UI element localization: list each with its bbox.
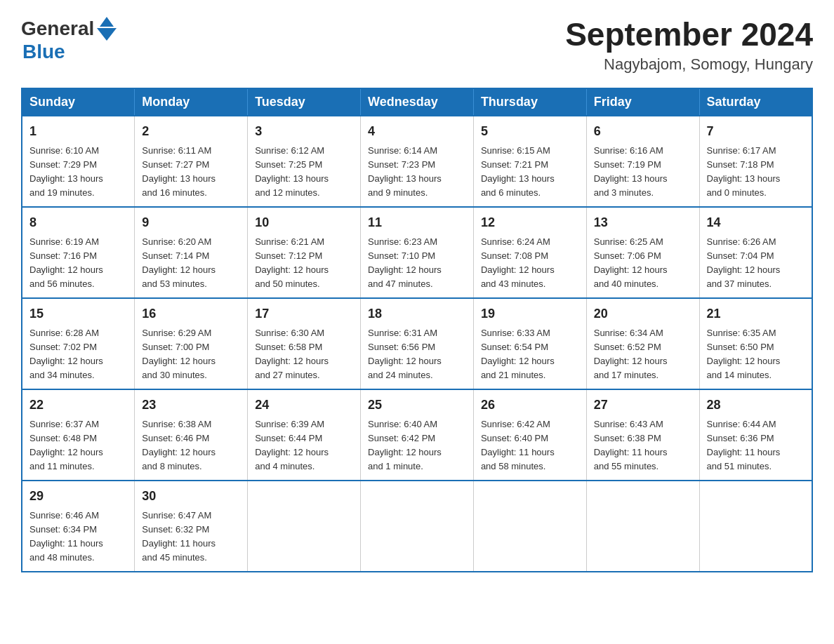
day-info: Sunrise: 6:20 AMSunset: 7:14 PMDaylight:… <box>142 236 216 290</box>
calendar-cell: 17 Sunrise: 6:30 AMSunset: 6:58 PMDaylig… <box>248 298 361 389</box>
calendar-cell: 12 Sunrise: 6:24 AMSunset: 7:08 PMDaylig… <box>473 207 586 298</box>
day-info: Sunrise: 6:12 AMSunset: 7:25 PMDaylight:… <box>255 145 329 199</box>
day-number: 10 <box>255 213 353 232</box>
col-thursday: Thursday <box>473 88 586 116</box>
calendar-cell: 2 Sunrise: 6:11 AMSunset: 7:27 PMDayligh… <box>135 116 248 207</box>
calendar-week-row: 22 Sunrise: 6:37 AMSunset: 6:48 PMDaylig… <box>22 389 812 481</box>
day-info: Sunrise: 6:38 AMSunset: 6:46 PMDaylight:… <box>142 419 216 472</box>
day-info: Sunrise: 6:24 AMSunset: 7:08 PMDaylight:… <box>481 236 555 290</box>
day-number: 5 <box>481 122 579 141</box>
day-info: Sunrise: 6:42 AMSunset: 6:40 PMDaylight:… <box>481 419 555 472</box>
calendar-cell <box>248 481 361 572</box>
calendar-cell: 15 Sunrise: 6:28 AMSunset: 7:02 PMDaylig… <box>22 298 135 389</box>
day-number: 29 <box>29 487 127 506</box>
day-info: Sunrise: 6:14 AMSunset: 7:23 PMDaylight:… <box>368 145 442 199</box>
day-number: 2 <box>142 122 240 141</box>
day-number: 30 <box>142 487 240 506</box>
calendar-cell: 27 Sunrise: 6:43 AMSunset: 6:38 PMDaylig… <box>586 389 699 481</box>
calendar-cell: 23 Sunrise: 6:38 AMSunset: 6:46 PMDaylig… <box>135 389 248 481</box>
logo-blue-text: Blue <box>22 41 65 63</box>
day-info: Sunrise: 6:26 AMSunset: 7:04 PMDaylight:… <box>707 236 781 290</box>
calendar-header: Sunday Monday Tuesday Wednesday Thursday… <box>22 88 812 116</box>
calendar-cell: 3 Sunrise: 6:12 AMSunset: 7:25 PMDayligh… <box>248 116 361 207</box>
day-number: 28 <box>707 396 805 415</box>
calendar-week-row: 15 Sunrise: 6:28 AMSunset: 7:02 PMDaylig… <box>22 298 812 389</box>
col-saturday: Saturday <box>699 88 812 116</box>
day-number: 8 <box>29 213 127 232</box>
day-number: 23 <box>142 396 240 415</box>
day-info: Sunrise: 6:46 AMSunset: 6:34 PMDaylight:… <box>29 510 103 563</box>
day-info: Sunrise: 6:30 AMSunset: 6:58 PMDaylight:… <box>255 328 329 381</box>
day-number: 20 <box>594 304 692 323</box>
logo-triangle-bottom <box>97 28 117 41</box>
calendar-cell: 8 Sunrise: 6:19 AMSunset: 7:16 PMDayligh… <box>22 207 135 298</box>
day-info: Sunrise: 6:10 AMSunset: 7:29 PMDaylight:… <box>29 145 103 199</box>
calendar-cell: 14 Sunrise: 6:26 AMSunset: 7:04 PMDaylig… <box>699 207 812 298</box>
calendar-cell: 30 Sunrise: 6:47 AMSunset: 6:32 PMDaylig… <box>135 481 248 572</box>
calendar-cell: 20 Sunrise: 6:34 AMSunset: 6:52 PMDaylig… <box>586 298 699 389</box>
day-info: Sunrise: 6:28 AMSunset: 7:02 PMDaylight:… <box>29 328 103 381</box>
calendar-cell: 10 Sunrise: 6:21 AMSunset: 7:12 PMDaylig… <box>248 207 361 298</box>
day-number: 14 <box>707 213 805 232</box>
day-info: Sunrise: 6:17 AMSunset: 7:18 PMDaylight:… <box>707 145 781 199</box>
calendar-week-row: 8 Sunrise: 6:19 AMSunset: 7:16 PMDayligh… <box>22 207 812 298</box>
day-number: 12 <box>481 213 579 232</box>
calendar-cell: 16 Sunrise: 6:29 AMSunset: 7:00 PMDaylig… <box>135 298 248 389</box>
day-number: 4 <box>368 122 466 141</box>
calendar-cell: 4 Sunrise: 6:14 AMSunset: 7:23 PMDayligh… <box>361 116 474 207</box>
header-row: Sunday Monday Tuesday Wednesday Thursday… <box>22 88 812 116</box>
calendar-cell: 6 Sunrise: 6:16 AMSunset: 7:19 PMDayligh… <box>586 116 699 207</box>
day-info: Sunrise: 6:34 AMSunset: 6:52 PMDaylight:… <box>594 328 668 381</box>
day-number: 24 <box>255 396 353 415</box>
calendar-week-row: 29 Sunrise: 6:46 AMSunset: 6:34 PMDaylig… <box>22 481 812 572</box>
day-number: 16 <box>142 304 240 323</box>
calendar-cell <box>361 481 474 572</box>
day-number: 9 <box>142 213 240 232</box>
col-wednesday: Wednesday <box>361 88 474 116</box>
day-info: Sunrise: 6:35 AMSunset: 6:50 PMDaylight:… <box>707 328 781 381</box>
day-number: 3 <box>255 122 353 141</box>
calendar-cell <box>586 481 699 572</box>
day-info: Sunrise: 6:31 AMSunset: 6:56 PMDaylight:… <box>368 328 442 381</box>
calendar-cell <box>473 481 586 572</box>
calendar-cell: 19 Sunrise: 6:33 AMSunset: 6:54 PMDaylig… <box>473 298 586 389</box>
logo-triangle-top <box>100 17 114 27</box>
calendar-cell: 29 Sunrise: 6:46 AMSunset: 6:34 PMDaylig… <box>22 481 135 572</box>
calendar-body: 1 Sunrise: 6:10 AMSunset: 7:29 PMDayligh… <box>22 116 812 572</box>
day-info: Sunrise: 6:19 AMSunset: 7:16 PMDaylight:… <box>29 236 103 290</box>
calendar-subtitle: Nagybajom, Somogy, Hungary <box>565 55 813 74</box>
calendar-cell: 26 Sunrise: 6:42 AMSunset: 6:40 PMDaylig… <box>473 389 586 481</box>
calendar-cell: 1 Sunrise: 6:10 AMSunset: 7:29 PMDayligh… <box>22 116 135 207</box>
day-info: Sunrise: 6:21 AMSunset: 7:12 PMDaylight:… <box>255 236 329 290</box>
day-number: 15 <box>29 304 127 323</box>
day-info: Sunrise: 6:11 AMSunset: 7:27 PMDaylight:… <box>142 145 216 199</box>
calendar-cell: 22 Sunrise: 6:37 AMSunset: 6:48 PMDaylig… <box>22 389 135 481</box>
day-number: 6 <box>594 122 692 141</box>
day-number: 27 <box>594 396 692 415</box>
calendar-cell: 11 Sunrise: 6:23 AMSunset: 7:10 PMDaylig… <box>361 207 474 298</box>
day-number: 22 <box>29 396 127 415</box>
col-sunday: Sunday <box>22 88 135 116</box>
calendar-cell: 9 Sunrise: 6:20 AMSunset: 7:14 PMDayligh… <box>135 207 248 298</box>
day-info: Sunrise: 6:15 AMSunset: 7:21 PMDaylight:… <box>481 145 555 199</box>
calendar-title: September 2024 <box>565 17 813 53</box>
calendar-cell: 24 Sunrise: 6:39 AMSunset: 6:44 PMDaylig… <box>248 389 361 481</box>
day-info: Sunrise: 6:40 AMSunset: 6:42 PMDaylight:… <box>368 419 442 472</box>
calendar-cell: 13 Sunrise: 6:25 AMSunset: 7:06 PMDaylig… <box>586 207 699 298</box>
calendar-cell: 5 Sunrise: 6:15 AMSunset: 7:21 PMDayligh… <box>473 116 586 207</box>
day-number: 1 <box>29 122 127 141</box>
day-info: Sunrise: 6:39 AMSunset: 6:44 PMDaylight:… <box>255 419 329 472</box>
day-number: 21 <box>707 304 805 323</box>
calendar-cell: 21 Sunrise: 6:35 AMSunset: 6:50 PMDaylig… <box>699 298 812 389</box>
day-info: Sunrise: 6:23 AMSunset: 7:10 PMDaylight:… <box>368 236 442 290</box>
day-info: Sunrise: 6:16 AMSunset: 7:19 PMDaylight:… <box>594 145 668 199</box>
day-number: 18 <box>368 304 466 323</box>
day-info: Sunrise: 6:37 AMSunset: 6:48 PMDaylight:… <box>29 419 103 472</box>
calendar-cell <box>699 481 812 572</box>
logo-general-text: General <box>21 18 94 40</box>
calendar-cell: 7 Sunrise: 6:17 AMSunset: 7:18 PMDayligh… <box>699 116 812 207</box>
day-number: 13 <box>594 213 692 232</box>
calendar-week-row: 1 Sunrise: 6:10 AMSunset: 7:29 PMDayligh… <box>22 116 812 207</box>
day-info: Sunrise: 6:43 AMSunset: 6:38 PMDaylight:… <box>594 419 668 472</box>
col-friday: Friday <box>586 88 699 116</box>
